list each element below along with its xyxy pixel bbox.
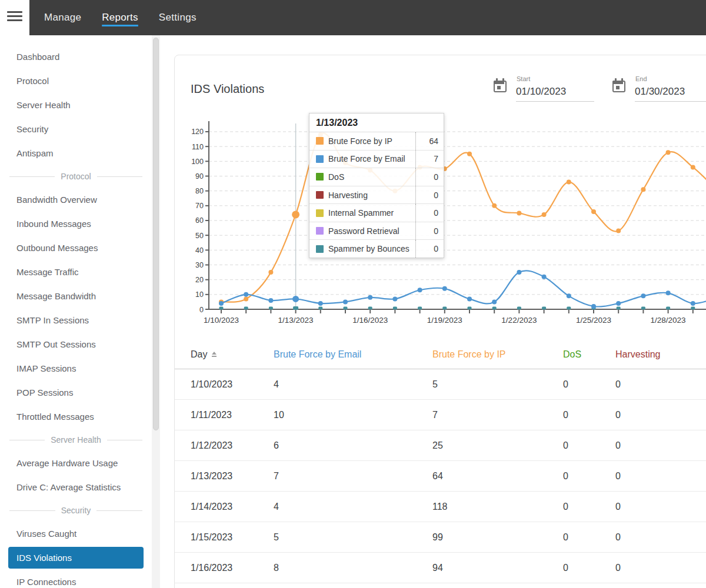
data-point-brute-force-by-email <box>318 301 323 306</box>
nav-tab-reports[interactable]: Reports <box>102 12 138 24</box>
sidebar-item-antispam[interactable]: Antispam <box>0 141 152 165</box>
table-row: 1/15/202359900 <box>175 522 706 553</box>
data-point-brute-force-by-email <box>219 301 224 306</box>
sidebar-item-label: Message Bandwidth <box>16 291 96 301</box>
sort-ascending-icon[interactable] <box>212 352 217 357</box>
y-tick-label: 20 <box>195 276 204 284</box>
data-point-brute-force-by-ip <box>268 270 273 275</box>
sidebar-scrollbar-thumb[interactable] <box>153 38 159 430</box>
data-point-brute-force-by-email <box>591 304 596 309</box>
page-title: IDS Violations <box>191 82 264 96</box>
data-point-brute-force-by-email <box>392 296 397 301</box>
data-point-brute-force-by-ip <box>492 203 497 208</box>
table-header-row: DayBrute Force by EmailBrute Force by IP… <box>175 340 706 369</box>
data-point-brute-force-by-email <box>292 296 299 302</box>
y-tick-label: 60 <box>195 216 204 225</box>
column-header-label: Brute Force by IP <box>432 349 506 359</box>
series-swatch-icon <box>316 137 324 145</box>
cell-value: 0 <box>615 532 706 543</box>
sidebar-item-throttled-messages[interactable]: Throttled Messages <box>0 405 152 429</box>
data-point-brute-force-by-ip <box>517 211 521 215</box>
sidebar-item-label: Throttled Messages <box>16 412 94 422</box>
zero-value-marker <box>617 307 621 310</box>
sidebar-section-label: Protocol <box>61 172 91 181</box>
column-header-label: DoS <box>563 349 581 359</box>
sidebar-scrollbar-track[interactable] <box>152 35 160 588</box>
series-value: 64 <box>415 132 444 150</box>
sidebar-item-label: POP Sessions <box>16 387 73 397</box>
sidebar-item-dashboard[interactable]: Dashboard <box>0 45 152 69</box>
start-date-input[interactable]: 01/10/2023 <box>516 86 566 98</box>
sidebar-item-imap-sessions[interactable]: IMAP Sessions <box>0 356 152 380</box>
sidebar-item-outbound-messages[interactable]: Outbound Messages <box>0 236 152 260</box>
end-date-underline <box>635 101 706 102</box>
sidebar-item-label: Server Health <box>16 100 71 110</box>
end-date-calendar-icon[interactable] <box>612 81 625 92</box>
column-header-brute-force-by-email: Brute Force by Email <box>274 349 432 360</box>
start-date-underline <box>516 101 594 102</box>
table-row: 1/10/20234500 <box>175 369 706 400</box>
sidebar-item-drive-c-average-statistics[interactable]: Drive C: Average Statistics <box>0 475 152 499</box>
sidebar-item-average-hardware-usage[interactable]: Average Hardware Usage <box>0 451 152 475</box>
chart-tooltip: 1/13/2023 Brute Force by IP64Brute Force… <box>309 113 444 258</box>
y-tick-label: 30 <box>195 261 204 269</box>
sidebar-item-security[interactable]: Security <box>0 117 152 141</box>
nav-tab-manage[interactable]: Manage <box>44 12 81 24</box>
app-root: Manage Reports Settings DashboardProtoco… <box>0 0 706 588</box>
cell-value: 7 <box>432 410 563 420</box>
sidebar-item-ip-connections[interactable]: IP Connections <box>0 570 152 588</box>
series-swatch-icon <box>316 227 324 235</box>
sidebar-item-protocol[interactable]: Protocol <box>0 69 152 93</box>
tooltip-row-dos: DoS0 <box>309 168 444 186</box>
data-point-brute-force-by-email <box>641 293 645 298</box>
cell-value: 4 <box>274 502 432 512</box>
zero-value-marker <box>293 306 298 310</box>
table-row: 1/12/202362500 <box>175 430 706 461</box>
data-point-brute-force-by-email <box>343 299 348 304</box>
hamburger-menu-icon[interactable] <box>7 11 22 24</box>
cell-value: 5 <box>274 532 432 543</box>
cell-value: 0 <box>615 410 706 420</box>
zero-value-marker <box>567 307 571 310</box>
sidebar-item-smtp-out-sessions[interactable]: SMTP Out Sessions <box>0 332 152 356</box>
y-tick-label: 40 <box>195 246 204 255</box>
start-date-label: Start <box>517 75 530 82</box>
sidebar-item-ids-violations[interactable]: IDS Violations <box>8 547 144 569</box>
cell-value: 99 <box>432 532 563 543</box>
y-tick-label: 10 <box>195 290 204 299</box>
sidebar-item-pop-sessions[interactable]: POP Sessions <box>0 380 152 405</box>
cell-day: 1/11/2023 <box>191 410 274 420</box>
series-label: Brute Force by Email <box>328 154 415 163</box>
zero-value-marker <box>318 307 322 310</box>
sidebar-item-inbound-messages[interactable]: Inbound Messages <box>0 212 152 236</box>
y-tick-label: 0 <box>199 306 204 314</box>
cell-value: 4 <box>274 379 432 390</box>
zero-value-marker <box>641 307 645 310</box>
tooltip-row-spammer-by-bounces: Spammer by Bounces0 <box>309 240 444 258</box>
cell-value: 8 <box>274 563 432 573</box>
zero-value-marker <box>691 307 695 310</box>
start-date-calendar-icon[interactable] <box>494 81 507 92</box>
sidebar-item-label: Protocol <box>16 76 49 86</box>
sidebar-item-message-traffic[interactable]: Message Traffic <box>0 260 152 284</box>
series-swatch-icon <box>316 173 324 181</box>
zero-value-marker <box>517 307 521 310</box>
sidebar-item-bandwidth-overview[interactable]: Bandwidth Overview <box>0 188 152 212</box>
sidebar-item-viruses-caught[interactable]: Viruses Caught <box>0 522 152 546</box>
y-tick-label: 90 <box>195 172 204 181</box>
data-point-brute-force-by-ip <box>641 187 645 192</box>
column-header-dos: DoS <box>563 349 615 360</box>
column-header-day[interactable]: Day <box>191 349 274 360</box>
y-tick-label: 70 <box>195 202 204 210</box>
cell-day: 1/10/2023 <box>191 379 274 390</box>
tooltip-row-harvesting: Harvesting0 <box>309 186 444 205</box>
nav-tab-settings[interactable]: Settings <box>159 12 197 24</box>
series-value: 0 <box>415 186 444 204</box>
sidebar-item-message-bandwidth[interactable]: Message Bandwidth <box>0 284 152 308</box>
end-date-input[interactable]: 01/30/2023 <box>635 86 685 98</box>
zero-value-marker <box>418 307 422 310</box>
sidebar-item-smtp-in-sessions[interactable]: SMTP In Sessions <box>0 308 152 332</box>
sidebar-item-label: SMTP Out Sessions <box>16 339 96 349</box>
x-tick-label: 1/19/2023 <box>427 316 462 325</box>
sidebar-item-server-health[interactable]: Server Health <box>0 93 152 117</box>
